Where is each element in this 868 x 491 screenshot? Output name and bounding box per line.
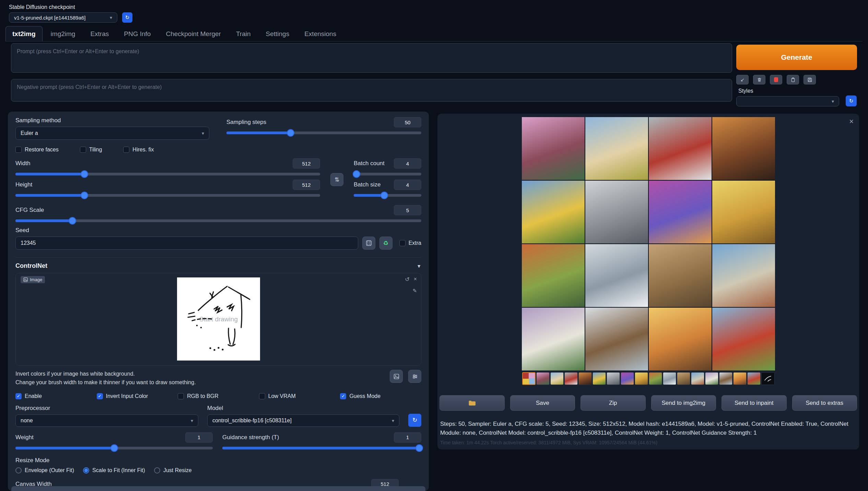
- preprocessor-dropdown[interactable]: none ▾: [15, 414, 198, 427]
- gallery-image[interactable]: [522, 244, 585, 307]
- clear-prompt-button[interactable]: [753, 75, 765, 84]
- gallery-image[interactable]: [585, 244, 648, 307]
- sampling-method-dropdown[interactable]: Euler a ▾: [15, 127, 209, 140]
- refresh-checkpoint-button[interactable]: ↻: [122, 12, 132, 23]
- batch-count-slider[interactable]: [354, 173, 421, 175]
- cfg-scale-slider[interactable]: [15, 219, 421, 222]
- height-slider[interactable]: [15, 194, 320, 197]
- gallery-thumbnail[interactable]: [733, 372, 747, 385]
- save-style-button[interactable]: [804, 75, 816, 84]
- width-value[interactable]: 512: [293, 158, 320, 169]
- gallery-thumbnail[interactable]: [536, 372, 550, 385]
- width-slider[interactable]: [15, 173, 320, 175]
- gallery-thumbnail[interactable]: [705, 372, 718, 385]
- tab-png-info[interactable]: PNG Info: [117, 26, 157, 41]
- controlnet-image-tab[interactable]: Image: [21, 276, 45, 283]
- gallery-thumbnail[interactable]: [635, 372, 648, 385]
- resize-just-resize-radio[interactable]: Just Resize: [154, 467, 192, 473]
- tab-train[interactable]: Train: [229, 26, 258, 41]
- gallery-image[interactable]: [522, 181, 585, 243]
- gallery-close-icon[interactable]: ×: [849, 117, 854, 126]
- sampling-steps-value[interactable]: 50: [394, 117, 421, 127]
- gallery-image[interactable]: [649, 181, 712, 243]
- open-folder-button[interactable]: [439, 395, 505, 411]
- gallery-thumbnail[interactable]: [564, 372, 578, 385]
- guidance-strength-value[interactable]: 1: [394, 432, 421, 443]
- controlnet-model-dropdown[interactable]: control_scribble-fp16 [c508311e] ▾: [207, 414, 399, 427]
- tab-settings[interactable]: Settings: [259, 26, 296, 41]
- send-to-img2img-button[interactable]: Send to img2img: [651, 395, 716, 411]
- batch-size-slider[interactable]: [354, 194, 421, 197]
- refresh-models-button[interactable]: ↻: [408, 414, 421, 427]
- reuse-seed-button[interactable]: ♻: [379, 237, 392, 250]
- controlnet-drawing-canvas[interactable]: Start drawing: [177, 277, 260, 361]
- apply-style-button[interactable]: [787, 75, 799, 84]
- gallery-image[interactable]: [585, 117, 648, 180]
- low-vram-checkbox[interactable]: ✓ Low VRAM: [259, 393, 340, 399]
- pencil-icon[interactable]: ✎: [412, 288, 417, 294]
- gallery-image[interactable]: [585, 181, 648, 243]
- gallery-thumbnail[interactable]: [607, 372, 620, 385]
- paste-params-button[interactable]: ↙: [736, 75, 749, 84]
- gallery-thumbnail[interactable]: [719, 372, 732, 385]
- tiling-checkbox[interactable]: ✓ Tiling: [80, 147, 102, 153]
- gallery-image[interactable]: [712, 244, 775, 307]
- gallery-thumbnail[interactable]: [761, 372, 775, 385]
- controlnet-header[interactable]: ControlNet ▼: [15, 257, 421, 270]
- gallery-image[interactable]: [712, 117, 775, 180]
- gallery-image[interactable]: [712, 308, 775, 370]
- gallery-thumbnail[interactable]: [578, 372, 592, 385]
- guidance-strength-slider[interactable]: [222, 447, 421, 449]
- random-seed-button[interactable]: [362, 237, 375, 250]
- extra-networks-button[interactable]: [770, 75, 782, 84]
- controlnet-enable-checkbox[interactable]: ✓ Enable: [15, 393, 97, 399]
- invert-input-color-checkbox[interactable]: ✓ Invert Input Color: [97, 393, 178, 399]
- gallery-thumbnail[interactable]: [621, 372, 634, 385]
- collapse-icon[interactable]: ▼: [417, 263, 421, 269]
- gallery-image[interactable]: [649, 244, 712, 307]
- gallery-image[interactable]: [522, 308, 585, 370]
- send-to-extras-button[interactable]: Send to extras: [792, 395, 857, 411]
- gallery-thumbnail[interactable]: [747, 372, 761, 385]
- height-value[interactable]: 512: [293, 180, 320, 190]
- gallery-thumbnail[interactable]: [663, 372, 676, 385]
- gallery-thumbnail[interactable]: [691, 372, 704, 385]
- resize-envelope-radio[interactable]: Envelope (Outer Fit): [15, 467, 74, 473]
- save-button[interactable]: Save: [510, 395, 575, 411]
- batch-size-value[interactable]: 4: [394, 180, 421, 190]
- close-icon[interactable]: ×: [414, 276, 417, 283]
- open-image-button[interactable]: [390, 370, 403, 383]
- batch-count-value[interactable]: 4: [394, 158, 421, 169]
- hires-fix-checkbox[interactable]: ✓ Hires. fix: [123, 147, 154, 153]
- seed-extra-checkbox[interactable]: ✓ Extra: [399, 240, 421, 246]
- tab-img2img[interactable]: img2img: [44, 26, 82, 41]
- script-accordion-bar[interactable]: [11, 486, 425, 491]
- adjust-sliders-button[interactable]: [408, 370, 421, 383]
- seed-input[interactable]: [15, 237, 358, 250]
- rgb-to-bgr-checkbox[interactable]: ✓ RGB to BGR: [178, 393, 259, 399]
- gallery-thumbnail[interactable]: [593, 372, 606, 385]
- guess-mode-checkbox[interactable]: ✓ Guess Mode: [340, 393, 421, 399]
- refresh-styles-button[interactable]: ↻: [846, 95, 857, 106]
- gallery-thumbnail[interactable]: [522, 372, 536, 385]
- tab-checkpoint-merger[interactable]: Checkpoint Merger: [159, 26, 228, 41]
- gallery-image[interactable]: [585, 308, 648, 370]
- gallery-thumbnail[interactable]: [550, 372, 564, 385]
- zip-button[interactable]: Zip: [580, 395, 646, 411]
- swap-width-height-button[interactable]: ⇅: [330, 173, 343, 186]
- styles-dropdown[interactable]: ▾: [736, 96, 839, 106]
- tab-extras[interactable]: Extras: [83, 26, 116, 41]
- negative-prompt-input[interactable]: [11, 79, 732, 102]
- controlnet-weight-value[interactable]: 1: [185, 432, 213, 443]
- restore-faces-checkbox[interactable]: ✓ Restore faces: [15, 147, 59, 153]
- gallery-image[interactable]: [522, 117, 585, 180]
- prompt-input[interactable]: [11, 43, 732, 73]
- send-to-inpaint-button[interactable]: Send to inpaint: [722, 395, 787, 411]
- controlnet-weight-slider[interactable]: [15, 447, 213, 449]
- resize-scale-to-fit-radio[interactable]: Scale to Fit (Inner Fit): [83, 467, 145, 473]
- generate-button[interactable]: Generate: [736, 45, 857, 70]
- gallery-thumbnail[interactable]: [677, 372, 690, 385]
- tab-extensions[interactable]: Extensions: [297, 26, 343, 41]
- gallery-image[interactable]: [712, 181, 775, 243]
- gallery-thumbnail[interactable]: [649, 372, 662, 385]
